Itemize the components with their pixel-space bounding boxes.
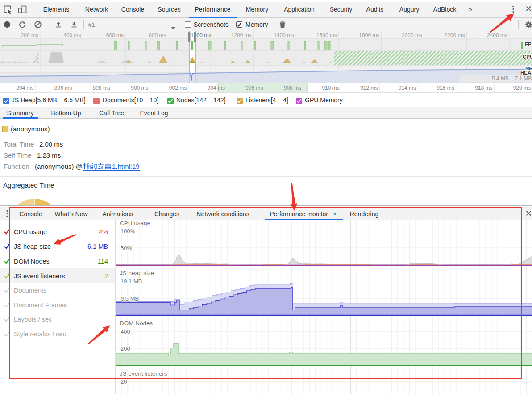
- svg-text:902 ms: 902 ms: [169, 85, 187, 91]
- svg-text:1800 ms: 1800 ms: [359, 32, 379, 38]
- svg-text:5.4 MB – 7.1 MB: 5.4 MB – 7.1 MB: [492, 75, 532, 82]
- svg-text:2000 ms: 2000 ms: [402, 32, 422, 38]
- svg-text:2400 ms: 2400 ms: [487, 32, 507, 38]
- svg-text:20: 20: [121, 378, 127, 385]
- svg-text:FPS: FPS: [525, 42, 532, 47]
- svg-text:910 ms: 910 ms: [322, 85, 339, 91]
- svg-text:894 ms: 894 ms: [16, 85, 33, 91]
- svg-text:912 ms: 912 ms: [360, 85, 378, 91]
- svg-text:914 ms: 914 ms: [399, 85, 416, 91]
- svg-text:600 ms: 600 ms: [106, 32, 124, 38]
- svg-text:900 ms: 900 ms: [131, 85, 148, 91]
- svg-text:HEAP: HEAP: [520, 70, 532, 75]
- svg-text:1000 ms: 1000 ms: [191, 32, 211, 38]
- svg-text:200 ms: 200 ms: [21, 32, 38, 38]
- svg-text:896 ms: 896 ms: [54, 85, 72, 91]
- svg-text:1200 ms: 1200 ms: [231, 32, 252, 38]
- svg-text:2200 ms: 2200 ms: [444, 32, 465, 38]
- svg-text:908 ms: 908 ms: [284, 85, 301, 91]
- svg-text:CPU: CPU: [523, 54, 532, 59]
- svg-text:918 ms: 918 ms: [475, 85, 492, 91]
- svg-text:1600 ms: 1600 ms: [316, 32, 337, 38]
- svg-text:898 ms: 898 ms: [93, 85, 110, 91]
- svg-text:800 ms: 800 ms: [149, 32, 166, 38]
- svg-text:916 ms: 916 ms: [436, 85, 454, 91]
- svg-text:920 ms: 920 ms: [513, 85, 531, 91]
- svg-text:904 ms: 904 ms: [208, 85, 225, 91]
- svg-text:906 ms: 906 ms: [245, 85, 263, 91]
- svg-text:1400 ms: 1400 ms: [274, 32, 294, 38]
- svg-text:400 ms: 400 ms: [63, 32, 81, 38]
